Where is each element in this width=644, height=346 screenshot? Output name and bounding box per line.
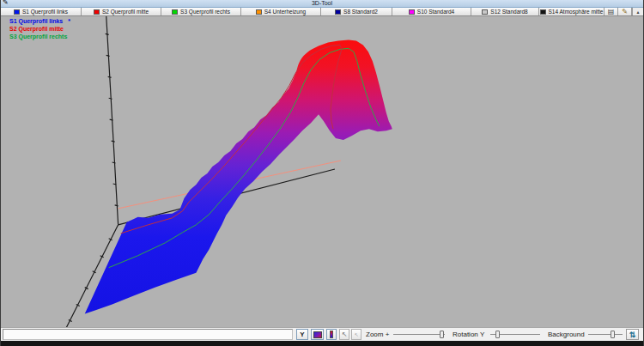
edit-icon: ✎ (622, 8, 628, 15)
series-button-s8[interactable]: S8 Standard2 (321, 8, 392, 15)
rotation-y-label: Rotation Y (453, 331, 484, 339)
refresh-button[interactable]: ⇅ (626, 329, 639, 340)
series-label: S4 Unterheizung (264, 9, 306, 15)
legend-item: S1 Querprofil links * (9, 17, 72, 25)
window-title: 3D-Tool (312, 0, 332, 7)
pointer-button-1[interactable]: ↖ (339, 329, 349, 340)
refresh-icon: ⇅ (629, 331, 636, 339)
series-button-s3[interactable]: S3 Querprofil rechts (161, 8, 241, 15)
series-label: S2 Querprofil mitte (102, 9, 149, 15)
series-label: S10 Standard4 (417, 9, 454, 15)
print-button[interactable]: ▤ (605, 8, 618, 15)
legend-item: S3 Querprofil rechts (9, 33, 72, 40)
toolbar-scroll-up-button[interactable]: ▴ (632, 8, 643, 15)
rotation-y-slider[interactable] (490, 329, 540, 340)
control-bar: Y ↖ ↖ Zoom + Rotation Y Background ⇅ (1, 327, 643, 341)
colorbar-button[interactable] (326, 329, 337, 340)
series-toolbar: S1 Querprofil links S2 Querprofil mitte … (1, 7, 643, 16)
colorbar-icon (330, 331, 333, 338)
vertical-axis (106, 16, 118, 225)
series-color-swatch (409, 9, 415, 15)
surface-plot[interactable] (1, 16, 643, 327)
series-button-s2[interactable]: S2 Querprofil mitte (82, 8, 161, 15)
pointer-button-2[interactable]: ↖ (351, 329, 361, 340)
window-bottom-edge (1, 341, 643, 346)
series-label: S3 Querprofil rechts (180, 9, 230, 15)
series-label: S8 Standard2 (343, 9, 378, 15)
legend-label: S2 Querprofil mitte (9, 25, 64, 33)
series-label: S1 Querprofil links (22, 9, 68, 15)
pointer-icon: ↖ (342, 331, 348, 338)
chevron-up-icon: ▴ (636, 9, 639, 15)
series-legend: S1 Querprofil links * S2 Querprofil mitt… (9, 17, 72, 40)
app-window: ✎ 3D-Tool S1 Querprofil links S2 Querpro… (0, 0, 644, 346)
series-button-s10[interactable]: S10 Standard4 (392, 8, 471, 15)
gradient-swatch-icon (313, 331, 322, 338)
series-color-swatch (256, 9, 262, 15)
series-color-swatch (335, 9, 341, 15)
background-slider-thumb[interactable] (611, 331, 615, 338)
series-button-s12[interactable]: S12 Standard8 (471, 8, 539, 15)
series-button-s4[interactable]: S4 Unterheizung (241, 8, 321, 15)
surface-ribbon (85, 39, 392, 313)
edit-button[interactable]: ✎ (618, 8, 632, 15)
zoom-label: Zoom + (366, 331, 389, 339)
viewport-3d[interactable]: S1 Querprofil links * S2 Querprofil mitt… (1, 16, 644, 327)
series-color-swatch (540, 9, 546, 15)
background-label: Background (548, 331, 585, 339)
y-axis-button[interactable]: Y (296, 329, 308, 340)
series-color-swatch (482, 9, 488, 15)
legend-marker: * (68, 17, 70, 25)
series-color-swatch (94, 9, 100, 15)
zoom-slider[interactable] (393, 329, 445, 340)
series-label: S12 Standard8 (490, 9, 527, 15)
background-slider[interactable] (588, 329, 623, 340)
app-icon: ✎ (3, 0, 9, 6)
rotation-y-slider-thumb[interactable] (495, 331, 500, 338)
print-icon: ▤ (608, 8, 615, 15)
pointer-icon: ↖ (354, 331, 358, 337)
series-color-swatch (14, 9, 20, 15)
series-label: S14 Atmosphäre mitte (549, 9, 604, 15)
legend-label: S1 Querprofil links (9, 17, 63, 25)
gradient-color-button[interactable] (311, 329, 324, 340)
legend-label: S3 Querprofil rechts (9, 33, 67, 40)
series-button-s1[interactable]: S1 Querprofil links (1, 8, 82, 15)
legend-item: S2 Querprofil mitte (9, 25, 72, 33)
series-color-swatch (172, 9, 178, 15)
zoom-slider-thumb[interactable] (440, 331, 444, 338)
title-bar[interactable]: ✎ 3D-Tool (1, 0, 643, 7)
series-button-s14[interactable]: S14 Atmosphäre mitte (539, 8, 605, 15)
status-field[interactable] (3, 329, 293, 340)
